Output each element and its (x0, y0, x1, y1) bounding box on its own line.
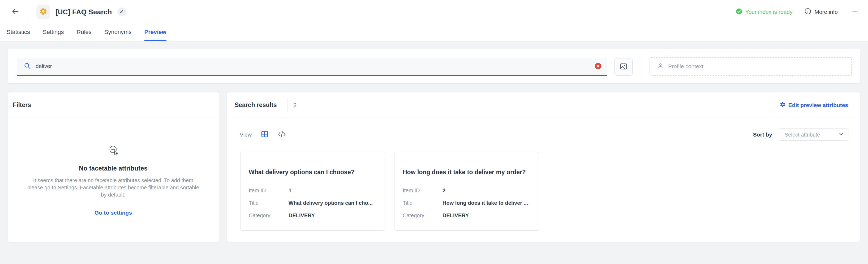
hit-field-value: What delivery options can I cho... (288, 200, 373, 206)
search-card: Profile context (8, 49, 860, 83)
code-icon (278, 131, 286, 138)
hit-field-label: Item ID (249, 187, 288, 194)
chevron-down-icon (838, 131, 844, 138)
clear-query-button[interactable] (595, 63, 601, 69)
edit-preview-attributes-link[interactable]: Edit preview attributes (780, 101, 848, 109)
check-circle-icon (736, 8, 742, 16)
hit-field-label: Category (249, 212, 288, 218)
gear-icon (39, 7, 47, 17)
results-toolbar: View Sort by Select attribute (240, 128, 848, 141)
empty-state-body-line: by default. (21, 191, 206, 198)
empty-state-body-line: It seems that there are no facetable att… (21, 177, 206, 184)
hit-field-row: Title What delivery options can I cho... (249, 200, 377, 206)
arrow-left-icon (11, 7, 20, 17)
hit-card: How long does it take to deliver my orde… (394, 152, 539, 231)
overflow-menu-button[interactable] (850, 6, 860, 18)
sort-select-placeholder: Select attribute (785, 132, 820, 138)
hit-field-row: Item ID 1 (249, 187, 377, 194)
info-icon (805, 8, 811, 16)
pencil-icon (120, 9, 124, 14)
hit-field-value: DELIVERY (288, 212, 315, 218)
empty-state-heading: No facetable attributes (21, 165, 206, 172)
back-button[interactable] (9, 6, 21, 18)
hit-field-label: Title (403, 200, 442, 206)
hit-field-row: Title How long does it take to deliver .… (403, 200, 531, 206)
results-title: Search results (235, 101, 277, 109)
hit-field-row: Item ID 2 (403, 187, 531, 194)
profile-context-input[interactable]: Profile context (650, 57, 852, 76)
hit-title: What delivery options can I choose? (249, 169, 377, 176)
results-count: 2 (293, 102, 297, 108)
grid-icon (261, 130, 269, 139)
index-tabs: Statistics Settings Rules Synonyms Previ… (0, 24, 868, 41)
header-divider (28, 6, 28, 18)
index-icon-tile (36, 5, 50, 19)
tab-rules[interactable]: Rules (77, 24, 92, 41)
add-facet-cursor-icon (21, 143, 206, 159)
empty-state-body-line: please go to Settings. Facetable attribu… (21, 184, 206, 191)
tab-statistics[interactable]: Statistics (7, 24, 30, 41)
ellipsis-icon (851, 8, 859, 16)
empty-state-body: It seems that there are no facetable att… (21, 177, 206, 198)
index-status-text: Your index is ready (745, 9, 793, 15)
profile-context-placeholder: Profile context (668, 63, 704, 69)
search-box (17, 58, 607, 76)
hit-field-value: DELIVERY (442, 212, 469, 218)
view-switcher: View (240, 130, 286, 139)
rename-index-button[interactable] (117, 7, 126, 17)
search-results-panel: Search results 2 Edit preview attributes… (227, 92, 860, 242)
app-header: [UC] FAQ Search Your index is ready More… (0, 0, 868, 24)
hit-field-label: Title (249, 200, 288, 206)
hit-field-label: Item ID (403, 187, 442, 194)
filters-title: Filters (13, 101, 31, 109)
search-input[interactable] (36, 63, 590, 69)
sort-controls: Sort by Select attribute (753, 128, 848, 141)
main-content: Filters No facetable attributes It seems… (8, 92, 860, 242)
hit-field-value: How long does it take to deliver ... (442, 200, 528, 206)
page-title: [UC] FAQ Search (56, 8, 112, 16)
hit-field-row: Category DELIVERY (249, 212, 377, 218)
tab-preview[interactable]: Preview (145, 24, 166, 41)
hit-field-label: Category (403, 212, 442, 218)
tab-settings[interactable]: Settings (43, 24, 64, 41)
search-icon (24, 62, 31, 70)
hit-cards: What delivery options can I choose? Item… (240, 152, 846, 231)
hit-field-value: 2 (442, 187, 445, 194)
more-info-button[interactable]: More info (805, 8, 838, 16)
sort-attribute-select[interactable]: Select attribute (779, 128, 848, 141)
image-search-button[interactable] (615, 58, 632, 76)
hit-title: How long does it take to deliver my orde… (403, 169, 531, 176)
index-status-badge: Your index is ready (736, 8, 793, 16)
tab-synonyms[interactable]: Synonyms (104, 24, 132, 41)
edit-preview-attributes-label: Edit preview attributes (788, 102, 848, 108)
hit-field-row: Category DELIVERY (403, 212, 531, 218)
go-to-settings-link[interactable]: Go to settings (94, 210, 132, 216)
more-info-label: More info (814, 9, 838, 15)
filters-panel: Filters No facetable attributes It seems… (8, 92, 219, 242)
filters-empty-state: No facetable attributes It seems that th… (8, 143, 219, 216)
results-header-divider (287, 98, 288, 112)
view-label: View (240, 131, 252, 138)
header-actions: Your index is ready More info (736, 6, 860, 18)
hit-field-value: 1 (288, 187, 291, 194)
gear-icon (780, 101, 786, 109)
grid-view-button[interactable] (261, 130, 269, 139)
person-icon (657, 62, 664, 71)
hit-fields: Item ID 2 Title How long does it take to… (403, 187, 531, 218)
hit-card: What delivery options can I choose? Item… (240, 152, 385, 231)
json-view-button[interactable] (278, 131, 286, 138)
sort-by-label: Sort by (753, 131, 772, 138)
hit-fields: Item ID 1 Title What delivery options ca… (249, 187, 377, 218)
filters-header: Filters (8, 92, 219, 118)
results-header: Search results 2 Edit preview attributes (227, 92, 860, 118)
search-card-divider (641, 51, 641, 81)
image-icon (620, 62, 627, 71)
